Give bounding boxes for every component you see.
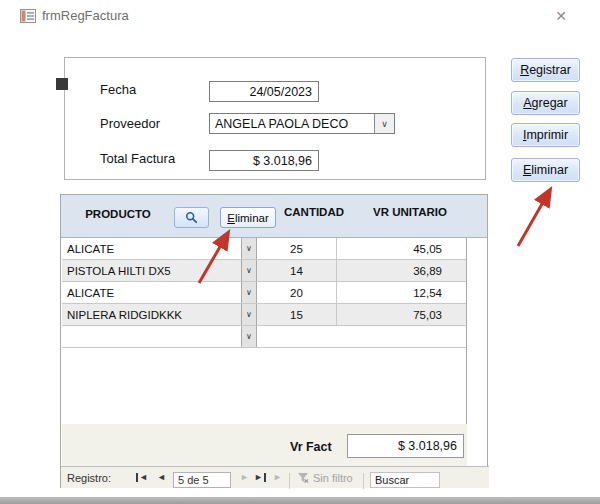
vr-fact-label: Vr Fact (290, 440, 332, 454)
form-document-icon (20, 9, 36, 23)
last-record-button[interactable]: ► (254, 467, 266, 488)
next-record-button[interactable]: ► (240, 467, 249, 488)
records-grid: ALICATE ∨ 25 45,05 PISTOLA HILTI DX5 ∨ 1… (62, 238, 467, 466)
total-factura-field[interactable]: $ 3.018,96 (209, 150, 319, 171)
record-position-value: 5 de 5 (173, 472, 231, 488)
next-record-icon: ► (240, 473, 249, 482)
vr-unitario-cell[interactable] (337, 326, 447, 347)
access-form-window: frmRegFactura ✕ Fecha 24/05/2023 Proveed… (0, 0, 600, 504)
eliminar-button[interactable]: Eliminar (511, 158, 580, 182)
new-record-icon: ► (273, 473, 282, 482)
table-row[interactable]: NIPLERA RIDGIDKKK ∨ 15 75,03 (62, 304, 466, 326)
last-record-icon: ► (254, 473, 263, 482)
detalle-subform: PRODUCTO Eliminar CANTIDAD VR UNITARIO A… (60, 194, 488, 488)
producto-cell[interactable]: ALICATE (62, 282, 241, 303)
chevron-down-icon[interactable]: ∨ (241, 304, 257, 325)
bar (136, 473, 138, 482)
record-position[interactable]: 5 de 5 (173, 469, 231, 490)
sin-filtro-label: Sin filtro (313, 467, 353, 488)
proveedor-value: ANGELA PAOLA DECO (210, 117, 374, 131)
producto-cell[interactable]: PISTOLA HILTI DX5 (62, 260, 241, 281)
producto-column-header: PRODUCTO (63, 208, 173, 220)
chevron-down-icon[interactable]: ∨ (241, 238, 257, 259)
close-icon[interactable]: ✕ (550, 5, 572, 27)
total-factura-label: Total Factura (100, 151, 175, 166)
arrow-to-eliminar-button (518, 190, 550, 246)
cantidad-cell[interactable] (257, 326, 337, 347)
status-bar-edge (0, 497, 600, 504)
producto-cell[interactable] (62, 326, 241, 347)
eliminar-row-button[interactable]: Eliminar (220, 207, 276, 228)
cantidad-cell[interactable]: 20 (257, 282, 337, 303)
search-record-input[interactable]: Buscar (370, 469, 440, 490)
table-row[interactable]: ALICATE ∨ 20 12,54 (62, 282, 466, 304)
search-icon (185, 211, 198, 224)
vr-unitario-cell[interactable]: 45,05 (337, 238, 447, 259)
search-button[interactable] (174, 207, 209, 228)
vr-fact-field[interactable]: $ 3.018,96 (347, 434, 464, 458)
form-title: frmRegFactura (42, 8, 129, 23)
cantidad-cell[interactable]: 25 (257, 238, 337, 259)
imprimir-button[interactable]: Imprimir (511, 123, 580, 147)
previous-record-icon: ◄ (157, 473, 166, 482)
registrar-button[interactable]: Registrar (511, 58, 580, 82)
producto-cell[interactable]: NIPLERA RIDGIDKKK (62, 304, 241, 325)
subform-footer: Vr Fact $ 3.018,96 (62, 424, 467, 466)
form-selector-chip (56, 78, 68, 90)
buscar-input[interactable]: Buscar (370, 472, 440, 488)
first-record-button[interactable]: ◄ (136, 467, 148, 488)
cantidad-column-header: CANTIDAD (274, 206, 354, 218)
vr-unitario-cell[interactable]: 75,03 (337, 304, 447, 325)
new-record-button[interactable]: ► (273, 467, 282, 488)
chevron-down-icon[interactable]: ∨ (241, 260, 257, 281)
table-row-new[interactable]: ∨ (62, 326, 466, 348)
bar (264, 473, 266, 482)
cantidad-cell[interactable]: 15 (257, 304, 337, 325)
registro-label: Registro: (67, 467, 111, 488)
cantidad-cell[interactable]: 14 (257, 260, 337, 281)
fecha-field[interactable]: 24/05/2023 (209, 81, 319, 102)
chevron-down-icon[interactable]: ∨ (241, 326, 257, 347)
previous-record-button[interactable]: ◄ (157, 467, 166, 488)
subform-header-band: PRODUCTO Eliminar CANTIDAD VR UNITARIO (61, 195, 487, 238)
chevron-down-icon[interactable]: ∨ (241, 282, 257, 303)
table-row[interactable]: ALICATE ∨ 25 45,05 (62, 238, 466, 260)
vr-unitario-cell[interactable]: 36,89 (337, 260, 447, 281)
agregar-button[interactable]: Agregar (511, 91, 580, 115)
record-navigator: Registro: ◄ ◄ 5 de 5 ► ► ► (61, 466, 489, 488)
proveedor-combobox[interactable]: ANGELA PAOLA DECO ∨ (209, 113, 395, 134)
vr-unitario-column-header: VR UNITARIO (354, 206, 466, 218)
fecha-label: Fecha (100, 82, 136, 97)
vr-unitario-cell[interactable]: 12,54 (337, 282, 447, 303)
separator (363, 470, 364, 491)
producto-cell[interactable]: ALICATE (62, 238, 241, 259)
chevron-down-icon[interactable]: ∨ (374, 114, 394, 133)
first-record-icon: ◄ (139, 473, 148, 482)
separator (289, 470, 290, 491)
proveedor-label: Proveedor (100, 116, 160, 131)
titlebar: frmRegFactura ✕ (0, 0, 600, 32)
filter-button[interactable] (297, 467, 309, 488)
table-row[interactable]: PISTOLA HILTI DX5 ∨ 14 36,89 (62, 260, 466, 282)
filter-funnel-icon (297, 472, 309, 484)
